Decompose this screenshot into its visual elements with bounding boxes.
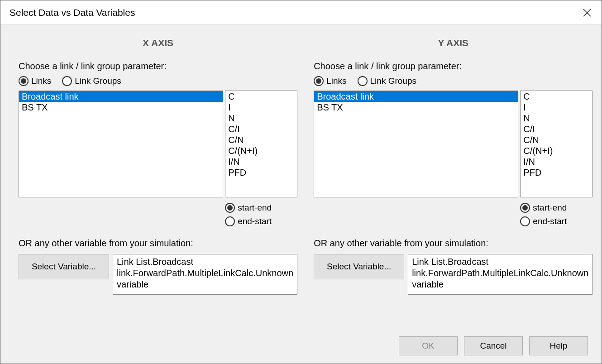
radio-icon [225, 203, 235, 213]
close-button[interactable] [582, 7, 592, 18]
list-item[interactable]: N [521, 113, 592, 124]
y-radio-start-end[interactable]: start-end [520, 203, 592, 213]
close-icon [583, 9, 591, 17]
x-links-listbox[interactable]: Broadcast link BS TX [19, 91, 223, 197]
radio-icon [62, 76, 72, 86]
list-item[interactable]: PFD [225, 167, 297, 178]
radio-label: Links [31, 76, 51, 86]
window-title: Select Data vs Data Variables [10, 7, 135, 18]
list-item[interactable]: C/(N+I) [225, 145, 297, 156]
help-button[interactable]: Help [529, 336, 588, 355]
x-axis-heading: X AXIS [19, 38, 297, 48]
radio-icon [19, 76, 29, 86]
x-select-variable-button[interactable]: Select Variable... [19, 254, 109, 279]
x-or-prompt: OR any other variable from your simulati… [19, 238, 297, 249]
x-axis-panel: X AXIS Choose a link / link group parame… [14, 34, 302, 324]
x-radio-links[interactable]: Links [19, 76, 51, 86]
y-axis-panel: Y AXIS Choose a link / link group parame… [309, 34, 597, 324]
y-links-listbox[interactable]: Broadcast link BS TX [314, 91, 518, 197]
radio-icon [358, 76, 368, 86]
x-variable-display: Link List.Broadcast link.ForwardPath.Mul… [113, 254, 297, 295]
list-item[interactable]: C [225, 91, 297, 102]
x-radio-start-end[interactable]: start-end [225, 203, 297, 213]
list-item[interactable]: BS TX [19, 102, 223, 113]
y-var-row: Select Variable... Link List.Broadcast l… [314, 254, 592, 295]
y-params-listbox[interactable]: C I N C/I C/N C/(N+I) I/N PFD [520, 91, 592, 197]
y-radio-links[interactable]: Links [314, 76, 346, 86]
x-direction-row: start-end end-start [19, 203, 297, 230]
y-axis-heading: Y AXIS [314, 38, 592, 48]
cancel-button[interactable]: Cancel [464, 336, 523, 355]
x-radio-end-start[interactable]: end-start [225, 216, 297, 226]
x-params-listbox[interactable]: C I N C/I C/N C/(N+I) I/N PFD [225, 91, 297, 197]
x-lists: Broadcast link BS TX C I N C/I C/N C/(N+… [19, 91, 297, 197]
y-lists: Broadcast link BS TX C I N C/I C/N C/(N+… [314, 91, 592, 197]
y-type-radio-row: Links Link Groups [314, 76, 592, 86]
radio-icon [225, 216, 235, 226]
radio-label: Link Groups [75, 76, 121, 86]
y-direction-row: start-end end-start [314, 203, 592, 230]
ok-button[interactable]: OK [399, 336, 458, 355]
list-item[interactable]: Broadcast link [314, 91, 518, 102]
list-item[interactable]: I/N [521, 156, 592, 167]
dialog-window: Select Data vs Data Variables X AXIS Cho… [0, 0, 602, 364]
y-select-variable-button[interactable]: Select Variable... [314, 254, 404, 279]
radio-icon [520, 216, 530, 226]
list-item[interactable]: I/N [225, 156, 297, 167]
radio-icon [314, 76, 324, 86]
list-item[interactable]: I [521, 102, 592, 113]
list-item[interactable]: C/(N+I) [521, 145, 592, 156]
y-direction-radios: start-end end-start [520, 203, 592, 230]
y-variable-display: Link List.Broadcast link.ForwardPath.Mul… [408, 254, 592, 295]
y-radio-end-start[interactable]: end-start [520, 216, 592, 226]
y-or-prompt: OR any other variable from your simulati… [314, 238, 592, 249]
radio-label: start-end [533, 203, 567, 213]
list-item[interactable]: C/N [521, 134, 592, 145]
y-radio-link-groups[interactable]: Link Groups [358, 76, 416, 86]
x-choose-prompt: Choose a link / link group parameter: [19, 61, 297, 72]
footer-buttons: OK Cancel Help [399, 336, 588, 355]
radio-label: end-start [238, 216, 272, 226]
radio-label: end-start [533, 216, 567, 226]
x-var-row: Select Variable... Link List.Broadcast l… [19, 254, 297, 295]
radio-icon [520, 203, 530, 213]
list-item[interactable]: Broadcast link [19, 91, 223, 102]
x-direction-radios: start-end end-start [225, 203, 297, 230]
list-item[interactable]: C [521, 91, 592, 102]
x-radio-link-groups[interactable]: Link Groups [62, 76, 121, 86]
y-choose-prompt: Choose a link / link group parameter: [314, 61, 592, 72]
radio-label: Link Groups [370, 76, 416, 86]
content-area: X AXIS Choose a link / link group parame… [0, 25, 602, 324]
list-item[interactable]: N [225, 113, 297, 124]
list-item[interactable]: C/N [225, 134, 297, 145]
list-item[interactable]: C/I [225, 124, 297, 134]
list-item[interactable]: C/I [521, 124, 592, 134]
radio-label: start-end [238, 203, 272, 213]
list-item[interactable]: BS TX [314, 102, 518, 113]
x-type-radio-row: Links Link Groups [19, 76, 297, 86]
radio-label: Links [326, 76, 346, 86]
list-item[interactable]: I [225, 102, 297, 113]
titlebar: Select Data vs Data Variables [0, 0, 602, 25]
list-item[interactable]: PFD [521, 167, 592, 178]
